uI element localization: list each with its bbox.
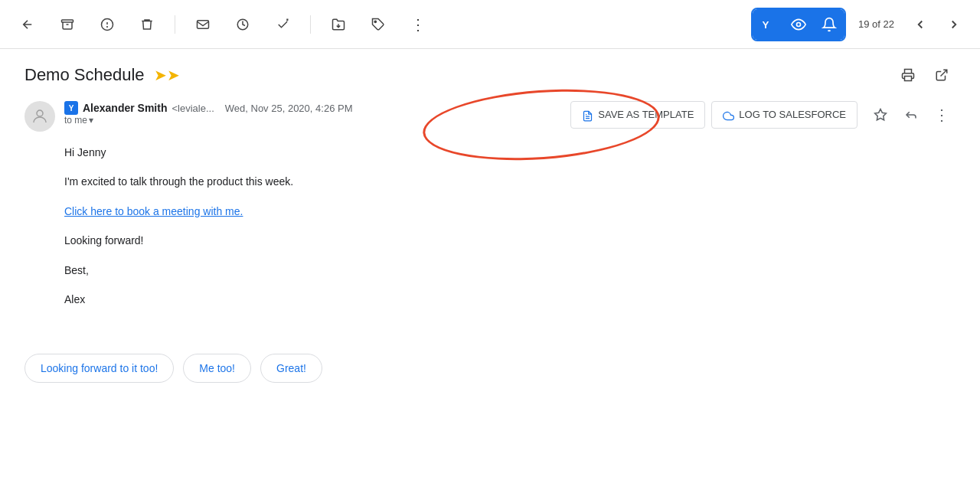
email-action-buttons: SAVE AS TEMPLATE LOG TO SALESFORCE [570,101,858,129]
more-vert-icon: ⋮ [934,106,949,124]
svg-line-10 [941,70,947,76]
svg-rect-9 [905,77,912,81]
email-subject: Demo Schedule [24,65,145,85]
save-as-template-label: SAVE AS TEMPLATE [598,109,694,120]
sender-name: Alexander Smith [83,102,167,114]
subject-line: Demo Schedule ➤➤ [24,61,956,89]
email-body-line1: I'm excited to talk through the product … [64,173,956,190]
cloud-icon [723,108,734,122]
svg-text:Y: Y [763,19,769,31]
toolbar-right: Y 19 of 22 [751,8,968,41]
open-external-button[interactable] [928,61,956,89]
email-body: Hi Jenny I'm excited to talk through the… [24,144,956,308]
quick-replies: Looking forward to it too! Me too! Great… [0,338,980,398]
document-icon [582,108,593,122]
archive-button[interactable] [52,9,83,40]
toolbar-left: ⋮ [12,9,745,40]
log-salesforce-label: LOG TO SALESFORCE [739,109,846,120]
quick-reply-3[interactable]: Great! [260,354,322,383]
sender-app-logo: Y [64,101,78,115]
add-task-button[interactable] [267,9,298,40]
toolbar-divider [175,15,175,34]
move-to-button[interactable] [323,9,354,40]
email-closing1: Looking forward! [64,232,956,249]
next-email-button[interactable] [940,11,968,38]
svg-rect-4 [198,20,209,28]
subject-icons [894,61,956,89]
email-greeting: Hi Jenny [64,144,956,161]
label-button[interactable] [363,9,394,40]
svg-marker-14 [875,109,887,120]
toolbar-divider2 [310,15,311,34]
to-me-dropdown[interactable]: to me ▾ [64,115,561,126]
chevron-down-icon: ▾ [89,115,93,126]
svg-rect-0 [62,20,74,22]
snooze-button[interactable] [227,9,258,40]
reply-button[interactable] [897,101,925,129]
meeting-link[interactable]: Click here to book a meeting with me. [64,205,243,217]
svg-point-3 [107,26,108,27]
email-container: Demo Schedule ➤➤ [0,49,980,332]
save-as-template-button[interactable]: SAVE AS TEMPLATE [570,101,705,129]
more-actions-button[interactable]: ⋮ [928,101,956,129]
quick-reply-2[interactable]: Me too! [183,354,251,383]
app-icon-eye[interactable] [783,9,814,40]
star-button[interactable] [867,101,894,129]
more-icon: ⋮ [410,15,426,34]
email-header: Y Alexander Smith <leviale... Wed, Nov 2… [24,101,956,132]
sender-info: Y Alexander Smith <leviale... Wed, Nov 2… [64,101,561,126]
mark-unread-button[interactable] [188,9,218,40]
email-signature1: Best, [64,262,956,279]
spam-button[interactable] [92,9,122,40]
delete-button[interactable] [132,9,162,40]
email-signature2: Alex [64,291,956,308]
svg-point-8 [797,22,801,26]
more-options-button[interactable]: ⋮ [403,9,433,40]
app-icon-group: Y [751,8,846,41]
email-date: Wed, Nov 25, 2020, 4:26 PM [225,103,353,114]
fast-forward-icon: ➤➤ [154,66,180,84]
top-toolbar: ⋮ Y 19 of 22 [0,0,980,49]
sender-avatar [24,101,55,132]
log-to-salesforce-button[interactable]: LOG TO SALESFORCE [711,101,858,129]
app-icon-y[interactable]: Y [753,9,783,40]
print-button[interactable] [894,61,922,89]
pagination-counter: 19 of 22 [858,18,894,30]
sender-email: <leviale... [172,103,214,114]
svg-point-11 [37,110,43,116]
email-quick-actions: ⋮ [867,101,956,129]
sender-name-row: Y Alexander Smith <leviale... Wed, Nov 2… [64,101,561,115]
app-icon-bell[interactable] [814,9,844,40]
svg-point-6 [374,21,376,22]
quick-reply-1[interactable]: Looking forward to it too! [24,354,174,383]
prev-email-button[interactable] [906,11,934,38]
back-button[interactable] [12,9,43,40]
